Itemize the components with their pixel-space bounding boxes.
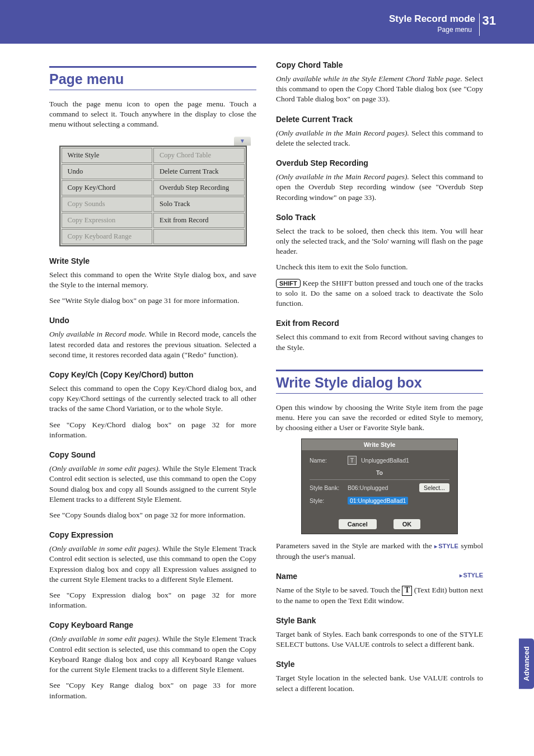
menu-item: Overdub Step Recording [153,180,245,195]
dialog-cancel-button: Cancel [339,519,377,529]
body-text: Select this command to open the Write St… [49,270,256,290]
menu-item: Write Style [62,148,153,163]
menu-item: Copy Expression [62,213,153,228]
body-text: SHIFT Keep the SHIFT button pressed and … [276,278,483,309]
heading-name: NameSTYLE [276,572,483,581]
heading-copy-chord: Copy Chord Table [276,60,483,69]
menu-item [153,229,245,244]
body-text: See "Copy Key Range dialog box" on page … [49,680,256,701]
dialog-name-value: UnpluggedBallad1 [361,457,409,464]
body-text: See "Copy Expression dialog box" on page… [49,590,256,610]
page-menu-screenshot: Write StyleCopy Chord Table UndoDelete C… [59,146,247,246]
dialog-select-button: Select... [419,483,449,492]
heading-write-style: Write Style [49,256,256,265]
style-marker-icon: STYLE [434,543,458,549]
menu-item: Delete Current Track [153,164,245,179]
body-text: Target bank of Styles. Each bank corresp… [276,629,483,650]
menu-item: Copy Key/Chord [62,180,153,195]
heading-delete-track: Delete Current Track [276,115,483,124]
dialog-name-label: Name: [310,457,343,464]
menu-dropdown-icon: ▼ [234,137,251,146]
style-marker-icon: STYLE [460,572,483,578]
body-text: Select the track to be soloed, then chec… [276,226,483,257]
heading-copy-kbd-range: Copy Keyboard Range [49,620,256,629]
body-text: See "Write Style dialog box" on page 31 … [49,296,256,306]
body-text: Parameters saved in the Style are marked… [276,541,483,561]
dialog-ok-button: OK [394,519,421,529]
menu-item: Copy Chord Table [153,148,245,163]
body-text: Select this command to open the Copy Key… [49,384,256,414]
body-text: Uncheck this item to exit the Solo funct… [276,262,483,272]
page-header: Style Record mode Page menu 31 [0,0,534,44]
heading-overdub: Overdub Step Recording [276,158,483,167]
header-title: Style Record mode [389,13,475,25]
header-divider [479,13,480,36]
body-text: Only available while in the Style Elemen… [276,74,483,105]
body-text: (Only available in some edit pages). Whi… [49,634,256,675]
page-menu-intro: Touch the page menu icon to open the pag… [49,99,256,130]
menu-item: Exit from Record [153,213,245,228]
body-text: (Only available in some edit pages). Whi… [49,464,256,505]
page-number: 31 [483,13,496,28]
right-column: Copy Chord Table Only available while in… [276,60,483,707]
dialog-to-label: To [310,469,449,476]
body-text: (Only available in the Main Record pages… [276,172,483,203]
body-text: (Only available in some edit pages). Whi… [49,544,256,585]
dialog-bank-value: B06:Unplugged [348,484,388,491]
heading-style: Style [276,660,483,669]
body-text: Name of the Style to be saved. Touch the… [276,585,483,606]
left-column: Page menu Touch the page menu icon to op… [49,60,256,707]
shift-key-icon: SHIFT [276,279,301,288]
write-style-dialog-screenshot: Write Style Name: T UnpluggedBallad1 To … [301,438,458,534]
heading-style-bank: Style Bank [276,616,483,625]
body-text: Select this command to exit from Record … [276,332,483,352]
heading-undo: Undo [49,316,256,325]
body-text: See "Copy Key/Chord dialog box" on page … [49,420,256,440]
text-edit-icon: T [402,586,412,596]
dialog-bank-label: Style Bank: [310,484,343,491]
side-tab-advanced: Advanced [519,638,534,689]
body-text: See "Copy Sounds dialog box" on page 32 … [49,510,256,520]
body-text: Target Style location in the selected ba… [276,673,483,693]
menu-item: Undo [62,164,153,179]
heading-copy-expression: Copy Expression [49,530,256,539]
body-text: Open this window by choosing the Write S… [276,403,483,433]
section-write-style-dialog: Write Style dialog box [276,370,483,394]
header-subtitle: Page menu [389,26,475,34]
body-text: Only available in Record mode. While in … [49,329,256,360]
heading-solo-track: Solo Track [276,213,483,222]
text-edit-icon: T [348,456,357,465]
heading-copy-sound: Copy Sound [49,450,256,459]
dialog-style-value: 01:UnpluggedBallad1 [348,497,408,505]
menu-item: Copy Sounds [62,197,153,212]
menu-item: Solo Track [153,197,245,212]
heading-copy-key: Copy Key/Ch (Copy Key/Chord) button [49,370,256,379]
menu-item: Copy Keyboard Range [62,229,153,244]
body-text: (Only available in the Main Record pages… [276,128,483,148]
dialog-style-label: Style: [310,497,343,504]
section-page-menu: Page menu [49,66,256,90]
heading-exit-record: Exit from Record [276,319,483,328]
dialog-title: Write Style [302,439,457,450]
